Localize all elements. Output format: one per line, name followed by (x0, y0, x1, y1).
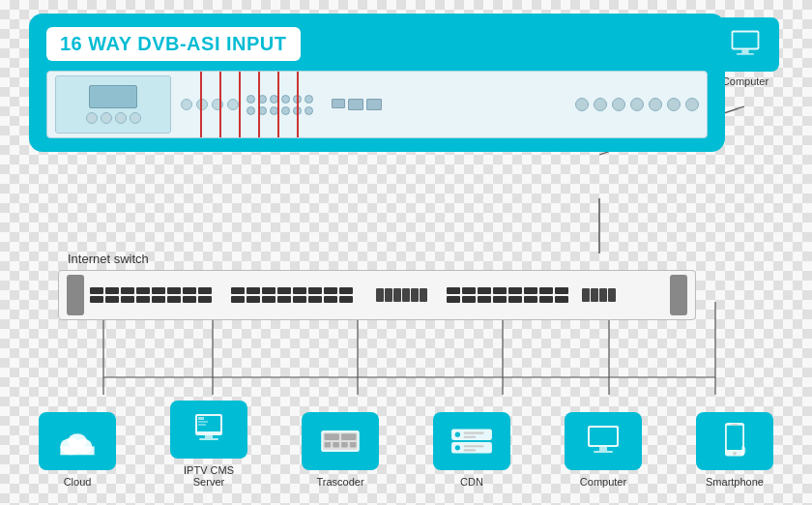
svg-rect-32 (325, 442, 332, 448)
rack-device (46, 71, 708, 138)
switch-small-ports-2 (582, 288, 616, 302)
sp-41 (508, 287, 522, 294)
knob-3 (115, 112, 127, 124)
knob-6 (196, 99, 208, 110)
iptv-label: IPTV CMS Server (184, 464, 234, 488)
bottom-icons-row: Cloud IPTV CMS Server (29, 401, 783, 488)
dvb-box: 16 WAY DVB-ASI INPUT (29, 14, 725, 152)
sp-19 (246, 287, 260, 294)
svg-rect-26 (198, 421, 208, 423)
switch-double-5 (152, 287, 165, 303)
coax-6 (667, 98, 681, 111)
switch-double-3 (121, 287, 134, 303)
sp-28 (308, 296, 322, 303)
ssp-4 (402, 288, 410, 302)
sp-10 (152, 296, 165, 303)
ssp-5 (411, 288, 419, 302)
sp-42 (508, 296, 522, 303)
computer-top-label: Computer (722, 75, 768, 87)
cloud-icon-box (39, 412, 116, 470)
rack-left-panel (55, 75, 171, 134)
dvb-title: 16 WAY DVB-ASI INPUT (46, 27, 301, 61)
coax-2 (594, 98, 607, 111)
sp-47 (555, 287, 568, 294)
sp-12 (167, 296, 181, 303)
switch-double-23 (539, 287, 553, 303)
sp-24 (277, 296, 291, 303)
computer-bottom-icon (584, 424, 623, 459)
switch-double-24 (555, 287, 568, 303)
iptv-icon (189, 412, 228, 447)
sp-25 (293, 287, 306, 294)
coax-7 (685, 98, 699, 111)
ssp-1 (376, 288, 384, 302)
ssp-9 (599, 288, 607, 302)
sp-34 (447, 296, 460, 303)
coax-5 (649, 98, 662, 111)
switch-double-10 (246, 287, 260, 303)
switch-double-19 (478, 287, 491, 303)
sp-31 (339, 287, 353, 294)
switch-handle-left (67, 275, 84, 315)
switch-double-13 (293, 287, 306, 303)
cloud-icon (56, 425, 99, 458)
switch-port-group-1 (90, 287, 212, 303)
switch-port-group-2 (231, 287, 353, 303)
iptv-card: IPTV CMS Server (160, 401, 257, 488)
transcoder-icon (319, 426, 362, 457)
knob-2 (101, 112, 112, 124)
sp-45 (539, 287, 553, 294)
ssp-10 (608, 288, 616, 302)
svg-rect-35 (350, 442, 357, 448)
svg-point-19 (68, 433, 87, 448)
svg-rect-23 (205, 435, 213, 438)
coax-3 (612, 98, 625, 111)
switch-double-20 (493, 287, 507, 303)
transcoder-label: Trascoder (316, 476, 363, 488)
switch-label: Internet switch (68, 252, 696, 266)
svg-rect-47 (594, 451, 613, 453)
svg-rect-46 (599, 447, 607, 451)
svg-point-39 (455, 445, 460, 450)
sp-22 (262, 296, 276, 303)
switch-double-1 (90, 287, 103, 303)
sp-3 (105, 287, 119, 294)
svg-rect-25 (198, 417, 204, 420)
switch-double-16 (339, 287, 353, 303)
computer-bottom-icon-box (565, 412, 642, 470)
sp-9 (152, 287, 165, 294)
sp-17 (231, 287, 245, 294)
switch-double-14 (308, 287, 322, 303)
rack-eth-2 (366, 99, 382, 110)
switch-double-7 (183, 287, 196, 303)
computer-bottom-label: Computer (580, 476, 626, 488)
sp-16 (198, 296, 212, 303)
transcoder-icon-box (302, 412, 379, 470)
svg-point-50 (733, 452, 737, 456)
switch-handle-right (670, 275, 687, 315)
sp-29 (324, 287, 337, 294)
switch-double-4 (136, 287, 150, 303)
switch-device (58, 270, 696, 320)
knob-4 (130, 112, 141, 124)
sp-11 (167, 287, 181, 294)
sp-38 (478, 296, 491, 303)
switch-double-21 (508, 287, 522, 303)
knob-1 (86, 112, 98, 124)
main-container: Computer 16 WAY DVB-ASI INPUT (0, 0, 812, 505)
computer-top-icon (728, 27, 763, 62)
sp-7 (136, 287, 150, 294)
rack-usb (332, 99, 345, 108)
smartphone-icon-box (696, 412, 773, 470)
port-4 (281, 95, 290, 104)
sp-4 (105, 296, 119, 303)
svg-rect-27 (198, 424, 206, 426)
switch-double-12 (277, 287, 291, 303)
port-1 (246, 95, 255, 104)
sp-14 (183, 296, 196, 303)
svg-rect-51 (731, 424, 738, 425)
cloud-label: Cloud (64, 476, 92, 488)
sp-15 (198, 287, 212, 294)
sp-43 (524, 287, 537, 294)
switch-port-group-3 (447, 287, 568, 303)
